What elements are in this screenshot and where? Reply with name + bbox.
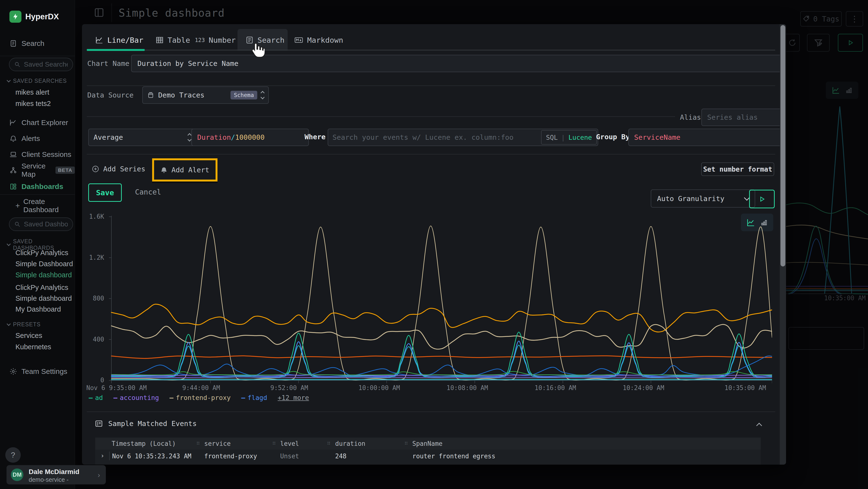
duration-chart[interactable] [108,215,772,384]
legend-item[interactable]: —ad [89,394,103,401]
y-axis-label: 1.6K [82,213,104,220]
granularity-value: Auto Granularity [657,195,745,203]
saved-dashboard-item[interactable]: ClickPy Analytics [16,284,68,292]
sidebar-item-chart-explorer[interactable]: Chart Explorer [9,117,68,128]
add-series-button[interactable]: Add Series [92,163,145,175]
lucene-option[interactable]: Lucene [568,134,592,141]
group-by-input[interactable]: ServiceName [628,128,784,146]
column-header[interactable]: service [204,440,231,447]
search-list-icon [9,39,17,47]
tab-line-bar[interactable]: Line/Bar [95,31,143,49]
help-button[interactable]: ? [5,447,21,463]
add-alert-button[interactable]: Add Alert [154,160,216,179]
sidebar-item-service-map[interactable]: Service Map BETA [9,164,75,176]
modal-scrollbar[interactable] [780,24,786,465]
granularity-select[interactable]: Auto Granularity [651,190,755,207]
saved-dashboard-item[interactable]: Simple dashboard [16,294,72,303]
legend-item[interactable]: —flagd [241,394,267,401]
preset-item[interactable]: Kubernetes [16,343,51,351]
cell-level: Unset [280,453,299,460]
field-token: Duration [197,133,231,141]
preset-item[interactable]: Services [16,332,42,340]
x-axis-label: 10:35:00 AM [724,384,766,392]
where-search-input[interactable]: Search your events w/ Lucene ex. column:… [328,128,598,146]
user-card[interactable]: DM Dale McDiarmid demo-service - › [6,465,106,484]
tab-markdown[interactable]: Markdown [294,31,343,49]
app-root: Simple dashboard 0 Tags ⋮ [0,0,868,489]
saved-dashboard-item[interactable]: My Dashboard [16,305,61,313]
set-number-format-label: Set number format [703,165,772,173]
row-expand-icon[interactable]: › [100,464,104,465]
tab-table[interactable]: Table [156,31,190,49]
avatar: DM [11,468,23,481]
group-by-label: Group By [596,133,630,141]
brand[interactable]: HyperDX [9,10,59,23]
cancel-button[interactable]: Cancel [135,188,161,196]
chevron-down-icon [7,322,11,326]
alias-input[interactable]: Series alias [702,109,785,126]
legend-swatch: — [113,394,117,401]
line-bar-icon [95,36,103,44]
drag-handle-icon[interactable]: ∷ [273,440,275,446]
query-language-toggle[interactable]: SQL | Lucene [541,130,597,145]
column-header[interactable]: SpanName [412,440,442,447]
sidebar-item-dashboards[interactable]: Dashboards [9,181,63,192]
set-number-format-button[interactable]: Set number format [701,163,774,176]
sidebar-item-label: Service Map [22,162,51,178]
column-header[interactable]: level [280,440,299,447]
x-axis-label: 10:00:00 AM [359,384,400,392]
sample-events-header[interactable]: Sample Matched Events [95,420,197,428]
create-dashboard-button[interactable]: + Create Dashboard [16,200,75,211]
tab-label: Number [209,36,236,45]
drag-handle-icon[interactable]: ∷ [405,440,407,446]
alias-label: Alias [680,113,701,121]
sidebar-item-team-settings[interactable]: Team Settings [9,366,67,377]
aggregation-value: Average [94,133,188,141]
plus-icon: + [16,201,20,210]
group-by-value: ServiceName [634,133,680,141]
sidebar-divider [0,194,75,195]
saved-search-item[interactable]: mikes alert [16,88,49,96]
edit-chart-modal: Line/Bar Table 123 Number Search Markdow… [82,24,786,465]
sidebar-item-client-sessions[interactable]: Client Sessions [9,149,71,160]
sql-option[interactable]: SQL [546,134,558,141]
drag-handle-icon[interactable]: ∷ [196,440,199,446]
collapse-chevron-icon[interactable] [756,423,762,428]
dashboards-icon [9,183,17,191]
tab-label: Table [167,36,190,45]
legend-item[interactable]: —frontend-proxy [169,394,231,401]
data-source-select[interactable]: Demo Traces Schema [142,86,269,104]
saved-dashboards-input[interactable]: Saved Dashboards [9,218,73,231]
section-label: SAVED SEARCHES [13,78,67,84]
legend-swatch: — [169,394,173,401]
legend-item[interactable]: —accounting [113,394,159,401]
events-row[interactable]: › Nov 6 10:35:23.243 AM frontend-proxy U… [95,450,761,463]
row-expand-icon[interactable]: › [100,452,104,459]
x-axis-label: Nov 6 9:35:00 AM [86,384,147,392]
saved-searches-input[interactable]: Saved Searches [9,58,73,71]
presets-header[interactable]: PRESETS [7,321,40,328]
sidebar-item-alerts[interactable]: Alerts [9,133,40,144]
saved-dashboard-item[interactable]: Simple Dashboard [16,260,73,268]
events-row-partial[interactable]: › Nov 6 10:35:23.243 AM frontend-proxy U… [95,463,761,465]
events-table: Timestamp (Local) ∷ service ∷ level ∷ du… [95,438,761,465]
field-expression-input[interactable]: Duration/1000000 [191,128,309,146]
tab-number[interactable]: 123 Number [195,31,236,49]
column-header[interactable]: Timestamp (Local) [112,440,176,447]
sidebar-item-search[interactable]: Search [9,38,44,49]
saved-dashboard-item-active[interactable]: Simple dashboard [16,271,72,279]
run-chart-button[interactable] [749,190,775,208]
legend-more[interactable]: +12 more [278,394,309,401]
save-button[interactable]: Save [88,183,122,202]
saved-search-item[interactable]: mikes tets2 [16,100,51,108]
saved-dashboard-item[interactable]: ClickPy Analytics [16,249,68,257]
saved-searches-header[interactable]: SAVED SEARCHES [7,78,67,84]
sidebar-item-label: Dashboards [22,182,63,191]
add-alert-highlight: Add Alert [152,158,217,181]
scrollbar-thumb[interactable] [780,25,785,266]
drag-handle-icon[interactable]: ∷ [327,440,330,446]
chart-name-label: Chart Name [87,59,129,67]
aggregation-select[interactable]: Average [88,128,196,146]
chart-name-input[interactable]: Duration by Service Name [131,55,786,72]
column-header[interactable]: duration [335,440,365,447]
